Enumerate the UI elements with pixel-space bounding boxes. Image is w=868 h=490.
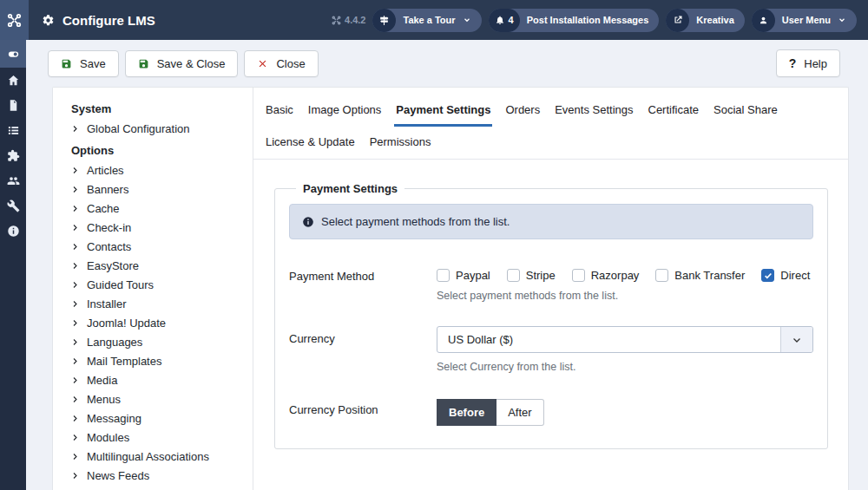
take-a-tour-button[interactable]: Take a Tour — [372, 9, 481, 32]
currency-select[interactable]: US Dollar ($) — [437, 326, 813, 353]
sidebar-item[interactable]: Messaging — [71, 408, 246, 428]
sidebar-item[interactable]: Contacts — [71, 237, 246, 256]
settings-tab[interactable]: Social Share — [712, 95, 779, 127]
settings-tab[interactable]: Basic — [264, 95, 295, 127]
currency-position-label: Currency Position — [289, 397, 437, 426]
menus-list-icon[interactable] — [0, 118, 26, 143]
sidebar-item-label: Menus — [87, 393, 121, 406]
chevron-right-icon — [71, 319, 79, 327]
settings-tab[interactable]: License & Update — [264, 127, 357, 159]
messages-badge: 4 — [489, 9, 520, 32]
sidebar-item[interactable]: EasyStore — [71, 256, 246, 275]
payment-method-option[interactable]: Bank Transfer — [655, 269, 745, 282]
payment-method-help: Select payment methods from the list. — [437, 290, 813, 302]
sidebar-item[interactable]: Articles — [71, 160, 246, 180]
settings-tab[interactable]: Certificate — [647, 95, 701, 127]
save-and-close-button[interactable]: Save & Close — [125, 50, 239, 77]
checkbox[interactable] — [655, 269, 668, 282]
payment-method-option[interactable]: Stripe — [507, 269, 556, 282]
users-icon[interactable] — [0, 168, 26, 193]
checkmark-icon — [764, 271, 773, 280]
signpost-icon — [378, 15, 390, 26]
sidebar-item[interactable]: Modules — [71, 428, 246, 447]
help-button[interactable]: ? Help — [776, 49, 840, 77]
chevron-right-icon — [71, 415, 79, 422]
tab-label: Social Share — [713, 103, 778, 116]
chevron-right-icon — [71, 167, 79, 174]
tab-label: Permissions — [370, 135, 431, 148]
sidebar-item[interactable]: Guided Tours — [71, 275, 246, 294]
chevron-down-icon — [838, 16, 846, 24]
info-icon[interactable] — [0, 219, 26, 244]
options-sidebar: System Global Configuration Options — [53, 88, 253, 490]
sidebar-system-list: Global Configuration — [71, 119, 246, 138]
save-and-close-label: Save & Close — [157, 57, 226, 70]
sidebar-item[interactable]: Check-in — [71, 218, 246, 237]
checkbox[interactable] — [761, 269, 774, 282]
tab-label: Basic — [266, 103, 293, 116]
sidebar-item[interactable]: Menus — [71, 389, 246, 408]
chevron-right-icon — [71, 243, 79, 251]
payment-method-option[interactable]: Razorpay — [572, 269, 640, 282]
checkbox[interactable] — [572, 269, 585, 282]
chevron-right-icon — [71, 300, 79, 308]
sidebar-item[interactable]: Global Configuration — [71, 119, 246, 138]
chevron-right-icon — [71, 434, 79, 441]
sidebar-item[interactable]: Installer — [71, 294, 246, 313]
content-card: System Global Configuration Options — [52, 87, 849, 490]
sidebar-heading-system: System — [71, 99, 246, 119]
app-body: Save Save & Close Close ? Help System — [0, 40, 868, 490]
currency-position-field: Before After — [437, 397, 813, 426]
content-file-icon[interactable] — [0, 93, 26, 118]
sidebar-item-label: News Feeds — [87, 469, 149, 482]
toggle-menu-icon[interactable] — [0, 40, 26, 68]
sidebar-item-label: Articles — [87, 164, 124, 177]
payment-method-option[interactable]: Paypal — [437, 269, 490, 282]
chevron-down-icon — [463, 16, 471, 24]
save-button[interactable]: Save — [48, 50, 119, 77]
checkbox[interactable] — [507, 269, 520, 282]
sidebar-item[interactable]: Mail Templates — [71, 351, 246, 370]
sidebar-item-label: Mail Templates — [87, 355, 161, 368]
tour-circle — [372, 9, 396, 32]
post-installation-messages-button[interactable]: 4 Post Installation Messages — [489, 9, 660, 32]
info-alert: Select payment methods from the list. — [289, 204, 813, 239]
chevron-right-icon — [71, 357, 79, 365]
sidebar-item[interactable]: Languages — [71, 332, 246, 351]
settings-tab[interactable]: Orders — [503, 95, 542, 127]
sidebar-item[interactable]: Joomla! Update — [71, 313, 246, 332]
settings-tab[interactable]: Permissions — [368, 127, 433, 159]
settings-tab[interactable]: Payment Settings — [394, 95, 492, 127]
settings-tab[interactable]: Image Options — [306, 95, 384, 127]
chevron-right-icon — [71, 125, 79, 133]
user-circle — [752, 9, 775, 32]
template-preview-button[interactable]: Kreativa — [666, 9, 744, 32]
checkbox-label: Paypal — [456, 269, 490, 282]
payment-method-option[interactable]: Direct — [761, 269, 810, 282]
toggle-option[interactable]: After — [496, 399, 543, 426]
sidebar-item[interactable]: News Feeds — [71, 466, 246, 485]
components-puzzle-icon[interactable] — [0, 143, 26, 168]
payment-settings-pane: Payment Settings Select payment methods … — [253, 160, 848, 449]
close-button[interactable]: Close — [244, 50, 318, 77]
tab-label: Orders — [505, 103, 540, 116]
sidebar-options-list: Articles Banners Cache — [71, 160, 246, 490]
settings-tab[interactable]: Events Settings — [553, 95, 635, 127]
sidebar-item[interactable]: Media — [71, 370, 246, 389]
sidebar-item[interactable]: Multilingual Associations — [71, 447, 246, 466]
checkbox[interactable] — [437, 269, 450, 282]
toggle-option[interactable]: Before — [437, 399, 496, 426]
user-menu-button[interactable]: User Menu — [752, 9, 857, 32]
checkbox-label: Stripe — [526, 269, 556, 282]
system-wrench-icon[interactable] — [0, 193, 26, 219]
home-icon[interactable] — [0, 68, 26, 93]
messages-count: 4 — [509, 15, 514, 25]
page-title-wrap: Configure LMS — [42, 13, 155, 28]
chevron-right-icon — [71, 186, 79, 193]
currency-row: Currency US Dollar ($) Select Currency f… — [289, 326, 813, 373]
sidebar-item[interactable]: Cache — [71, 199, 246, 218]
page-title: Configure LMS — [62, 13, 155, 28]
payment-method-row: Payment Method Pay — [289, 264, 813, 302]
sidebar-item[interactable]: Banners — [71, 180, 246, 199]
sidebar-item[interactable]: Plugins — [71, 485, 246, 490]
